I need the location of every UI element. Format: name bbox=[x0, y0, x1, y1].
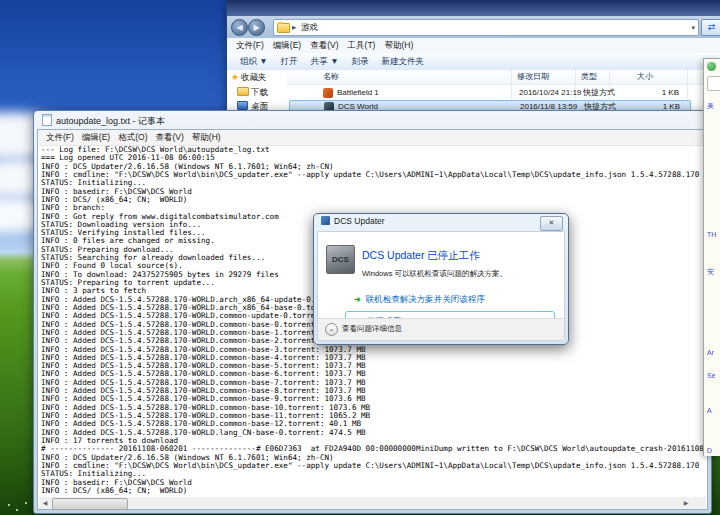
folder-icon bbox=[237, 87, 249, 96]
sidebar-item-downloads[interactable]: 下载 bbox=[227, 85, 287, 99]
side-window-box bbox=[707, 76, 720, 91]
log-line: INFO : DCS/ (x86_64; CN; WORLD) bbox=[41, 196, 706, 204]
breadcrumb[interactable]: ▸ 游戏 ▾ bbox=[273, 19, 699, 36]
dialog-heading: DCS Updater 已停止工作 bbox=[362, 249, 480, 263]
explorer-window: ◀ ▶ ▸ 游戏 ▾ ⇄ 文件(F)编辑(E)查看(V)工具(T)帮助(H) 组… bbox=[226, 0, 720, 127]
close-icon[interactable]: ✕ bbox=[540, 216, 563, 231]
wallpaper-flower bbox=[8, 504, 10, 506]
desktop: ◀ ▶ ▸ 游戏 ▾ ⇄ 文件(F)编辑(E)查看(V)工具(T)帮助(H) 组… bbox=[0, 0, 720, 515]
menu-item[interactable]: 查看(V) bbox=[310, 38, 338, 53]
wallpaper-flower bbox=[25, 502, 27, 504]
menu-item[interactable]: 查看(V) bbox=[155, 130, 183, 145]
dialog-content: DCS DCS Updater 已停止工作 Windows 可以联机检查该问题的… bbox=[317, 231, 565, 341]
side-window-text-fragment: Ar bbox=[707, 349, 714, 356]
side-window-text-fragment: 安 bbox=[707, 267, 714, 277]
menu-item[interactable]: 帮助(H) bbox=[192, 130, 221, 145]
side-window-text-fragment: Se bbox=[707, 372, 716, 379]
column-date[interactable]: 修改日期 bbox=[517, 70, 549, 84]
check-online-solution-link[interactable]: ➜联机检查解决方案并关闭该程序 bbox=[354, 294, 485, 306]
dialog-titlebar[interactable]: DCS Updater bbox=[321, 216, 385, 226]
file-row-battlefield1[interactable]: Battlefield 1 2016/10/24 21:19 快捷方式 1 KB bbox=[289, 86, 691, 100]
column-size[interactable]: 大小 bbox=[637, 70, 653, 84]
menu-item[interactable]: 文件(F) bbox=[236, 38, 264, 53]
menu-item[interactable]: 文件(F) bbox=[46, 130, 74, 145]
notepad-titlebar[interactable]: autoupdate_log.txt - 记事本 bbox=[42, 114, 165, 128]
column-headers: 名称 修改日期 类型 大小 bbox=[287, 70, 720, 85]
side-window-icon bbox=[707, 62, 716, 71]
breadcrumb-separator: ▸ bbox=[292, 20, 296, 35]
explorer-titlebar[interactable] bbox=[227, 0, 720, 16]
column-name[interactable]: 名称 bbox=[323, 70, 339, 84]
side-window-text-fragment: D bbox=[707, 447, 712, 454]
toolbar-button[interactable]: 刻录 bbox=[352, 53, 369, 70]
explorer-address-bar: ◀ ▶ ▸ 游戏 ▾ ⇄ bbox=[227, 16, 720, 38]
chevron-down-icon[interactable]: ⌄ bbox=[325, 323, 338, 336]
column-type[interactable]: 类型 bbox=[581, 70, 597, 84]
horizontal-scrollbar[interactable]: ◀ ▶ bbox=[39, 497, 692, 509]
notepad-menubar: 文件(F)编辑(E)格式(O)查看(V)帮助(H) bbox=[38, 130, 707, 146]
sidebar-favorites[interactable]: ★收藏夹 bbox=[227, 70, 287, 84]
refresh-icon[interactable]: ⇄ bbox=[701, 19, 720, 36]
toolbar-button[interactable]: 打开 bbox=[281, 53, 298, 70]
breadcrumb-dropdown-icon[interactable]: ▾ bbox=[691, 20, 695, 35]
side-window-text-fragment: TH bbox=[707, 231, 716, 238]
explorer-toolbar: 组织 ▼打开共享 ▼刻录新建文件夹 bbox=[227, 53, 720, 71]
arrow-icon: ➜ bbox=[354, 295, 361, 304]
menu-item[interactable]: 帮助(H) bbox=[384, 38, 413, 53]
scroll-right-icon[interactable]: ▶ bbox=[680, 497, 692, 509]
dcs-app-icon: DCS bbox=[326, 245, 355, 274]
dialog-body-text: Windows 可以联机检查该问题的解决方案。 bbox=[362, 269, 507, 279]
scroll-left-icon[interactable]: ◀ bbox=[39, 497, 51, 509]
toolbar-button[interactable]: 共享 ▼ bbox=[311, 53, 339, 70]
toolbar-button[interactable]: 组织 ▼ bbox=[240, 53, 268, 70]
scrollbar-thumb[interactable] bbox=[52, 498, 128, 510]
partial-side-window[interactable]: 吴TH安ArSeAD bbox=[703, 58, 720, 456]
crash-dialog: DCS Updater ✕ DCS DCS Updater 已停止工作 Wind… bbox=[313, 213, 569, 345]
wallpaper-flower bbox=[16, 509, 18, 511]
dcs-updater-icon bbox=[321, 216, 330, 225]
forward-button[interactable]: ▶ bbox=[248, 19, 265, 36]
battlefield-icon bbox=[323, 88, 333, 98]
star-icon: ★ bbox=[231, 72, 239, 82]
view-problem-details[interactable]: 查看问题详细信息 bbox=[342, 323, 402, 335]
side-window-text-fragment: 吴 bbox=[707, 101, 714, 111]
menu-item[interactable]: 格式(O) bbox=[118, 130, 147, 145]
explorer-menubar: 文件(F)编辑(E)查看(V)工具(T)帮助(H) bbox=[227, 38, 720, 54]
menu-item[interactable]: 工具(T) bbox=[348, 38, 376, 53]
back-button[interactable]: ◀ bbox=[231, 19, 248, 36]
log-line: INFO : DCS/ (x86_64; CN; WORLD) bbox=[41, 487, 706, 495]
menu-item[interactable]: 编辑(E) bbox=[273, 38, 301, 53]
toolbar-button[interactable]: 新建文件夹 bbox=[382, 53, 425, 70]
side-window-text-fragment: A bbox=[707, 407, 712, 414]
dialog-footer: ⌄ 查看问题详细信息 bbox=[318, 318, 564, 340]
menu-item[interactable]: 编辑(E) bbox=[82, 130, 110, 145]
desktop-icon bbox=[237, 101, 248, 110]
breadcrumb-location[interactable]: 游戏 bbox=[301, 20, 318, 35]
scrollbar-corner bbox=[692, 497, 706, 509]
notepad-title: autoupdate_log.txt - 记事本 bbox=[56, 116, 165, 126]
notepad-icon bbox=[42, 114, 52, 126]
folder-icon bbox=[277, 23, 290, 33]
